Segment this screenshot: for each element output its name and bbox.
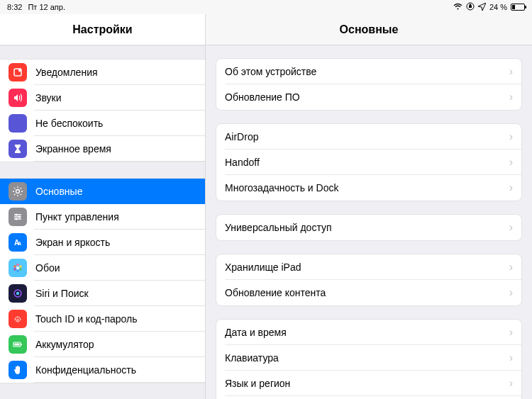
chevron-right-icon: › [509, 286, 513, 299]
svg-point-15 [13, 265, 16, 268]
sidebar-item-label: Звуки [35, 92, 62, 103]
svg-point-4 [16, 214, 18, 216]
detail-row[interactable]: Многозадачность и Dock› [216, 175, 521, 201]
detail-group: Хранилище iPad›Обновление контента› [216, 254, 522, 306]
chevron-right-icon: › [509, 181, 513, 194]
sidebar-item-battery[interactable]: Аккумулятор [0, 332, 205, 357]
sidebar-item-privacy[interactable]: Конфиденциальность [0, 357, 205, 383]
hand-icon [9, 361, 27, 379]
detail-row-label: Язык и регион [225, 378, 290, 389]
detail-group: Об этом устройстве›Обновление ПО› [216, 58, 522, 111]
detail-row-label: Универсальный доступ [225, 222, 332, 233]
sidebar-item-label: Конфиденциальность [35, 364, 136, 376]
detail-row[interactable]: Обновление ПО› [216, 84, 521, 110]
detail-group: Дата и время›Клавиатура›Язык и регион›Сл… [216, 319, 522, 399]
sidebar-item-label: Пункт управления [35, 211, 119, 223]
detail-row-label: Обновление контента [225, 287, 326, 298]
sliders-icon [9, 208, 27, 226]
chevron-right-icon: › [509, 221, 513, 234]
detail-row[interactable]: Клавиатура› [216, 345, 521, 371]
detail-row[interactable]: Handoff› [216, 150, 521, 175]
svg-point-11 [19, 265, 22, 268]
detail-pane: Основные Об этом устройстве›Обновление П… [206, 14, 532, 399]
gear-icon [9, 182, 27, 201]
wifi-icon [453, 3, 462, 11]
detail-row[interactable]: Обновление контента› [216, 280, 521, 305]
sidebar-item-label: Touch ID и код-пароль [35, 313, 138, 325]
sidebar-item-label: Siri и Поиск [35, 288, 89, 299]
sidebar-item-label: Аккумулятор [35, 339, 94, 350]
svg-rect-20 [15, 344, 20, 346]
sidebar-item-label: Экранное время [35, 143, 111, 154]
flower-icon [9, 259, 27, 277]
detail-group: AirDrop›Handoff›Многозадачность и Dock› [216, 123, 522, 201]
chevron-right-icon: › [509, 261, 513, 274]
detail-row[interactable]: AirDrop› [216, 124, 521, 150]
sidebar-title: Настройки [0, 14, 205, 45]
chevron-right-icon: › [509, 65, 513, 78]
detail-row[interactable]: Хранилище iPad› [216, 254, 521, 280]
detail-row[interactable]: Универсальный доступ› [216, 215, 521, 240]
chevron-right-icon: › [509, 326, 513, 339]
svg-point-17 [16, 292, 19, 295]
sidebar: Настройки УведомленияЗвукиНе беспокоитьЭ… [0, 14, 206, 399]
hourglass-icon [9, 140, 27, 158]
moon-icon [9, 114, 27, 133]
notifications-icon [9, 63, 27, 82]
status-date: Пт 12 апр. [28, 3, 65, 11]
svg-point-12 [19, 268, 22, 271]
sidebar-item-wallpaper[interactable]: Обои [0, 255, 205, 281]
sidebar-item-screentime[interactable]: Экранное время [0, 136, 205, 162]
svg-point-14 [13, 268, 16, 271]
sidebar-item-display[interactable]: AAЭкран и яркость [0, 230, 205, 255]
battery-icon [511, 4, 525, 11]
sidebar-item-label: Не беспокоить [35, 118, 103, 129]
sidebar-item-label: Обои [35, 262, 60, 274]
detail-row-label: Многозадачность и Dock [225, 182, 338, 193]
battery-percent: 24 % [489, 3, 507, 11]
status-bar: 8:32 Пт 12 апр. 24 % [0, 0, 532, 14]
sidebar-item-notifications[interactable]: Уведомления [0, 60, 205, 85]
detail-title: Основные [206, 14, 532, 45]
sidebar-item-general[interactable]: Основные [0, 179, 205, 204]
detail-row-label: AirDrop [225, 131, 258, 142]
svg-point-3 [16, 190, 20, 193]
status-time: 8:32 [7, 3, 22, 11]
siri-icon [9, 284, 27, 303]
sidebar-list[interactable]: УведомленияЗвукиНе беспокоитьЭкранное вр… [0, 45, 205, 399]
detail-list[interactable]: Об этом устройстве›Обновление ПО›AirDrop… [206, 45, 532, 399]
fingerprint-icon [9, 310, 27, 328]
sidebar-item-label: Основные [35, 186, 82, 197]
detail-row-label: Клавиатура [225, 352, 279, 364]
sounds-icon [9, 89, 27, 107]
sidebar-item-dnd[interactable]: Не беспокоить [0, 111, 205, 136]
sidebar-item-label: Экран и яркость [35, 237, 110, 248]
detail-row[interactable]: Словарь› [216, 396, 521, 399]
svg-point-10 [16, 264, 19, 266]
chevron-right-icon: › [509, 91, 513, 103]
svg-point-9 [16, 266, 19, 269]
sidebar-item-touchid[interactable]: Touch ID и код-пароль [0, 306, 205, 332]
display-icon: AA [9, 233, 27, 252]
detail-row[interactable]: Об этом устройстве› [216, 59, 521, 84]
detail-row[interactable]: Язык и регион› [216, 371, 521, 396]
sidebar-item-label: Уведомления [35, 67, 98, 78]
chevron-right-icon: › [509, 130, 513, 143]
sidebar-item-siri[interactable]: Siri и Поиск [0, 281, 205, 306]
svg-rect-19 [21, 344, 23, 345]
chevron-right-icon: › [509, 156, 513, 169]
detail-row-label: Хранилище iPad [225, 262, 301, 273]
sidebar-item-sounds[interactable]: Звуки [0, 85, 205, 111]
detail-row-label: Handoff [225, 157, 260, 168]
detail-row-label: Обновление ПО [225, 91, 300, 103]
svg-point-6 [16, 218, 18, 220]
chevron-right-icon: › [509, 352, 513, 364]
detail-group: Универсальный доступ› [216, 214, 522, 241]
detail-row[interactable]: Дата и время› [216, 320, 521, 345]
battery-icon [9, 335, 27, 354]
svg-point-5 [18, 216, 21, 218]
sidebar-item-controlcenter[interactable]: Пункт управления [0, 204, 205, 230]
svg-point-13 [16, 270, 19, 273]
chevron-right-icon: › [509, 377, 513, 390]
orientation-lock-icon [466, 2, 475, 12]
